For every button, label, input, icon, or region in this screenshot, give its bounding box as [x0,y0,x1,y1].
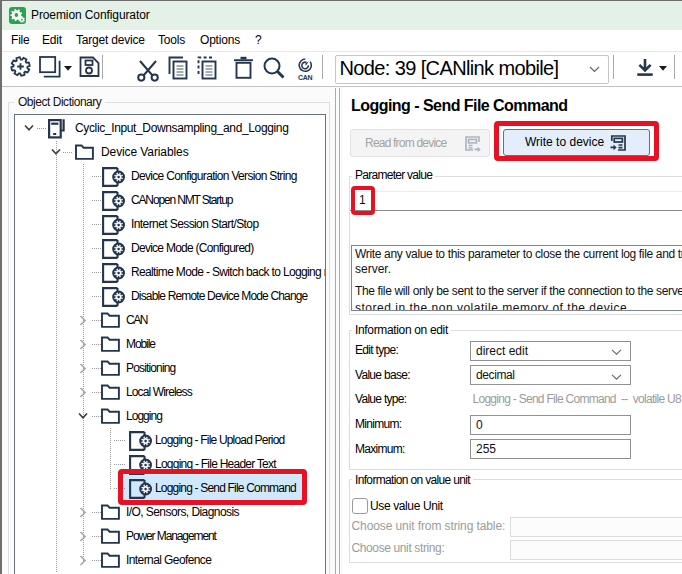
svg-text:CAN: CAN [298,74,313,81]
